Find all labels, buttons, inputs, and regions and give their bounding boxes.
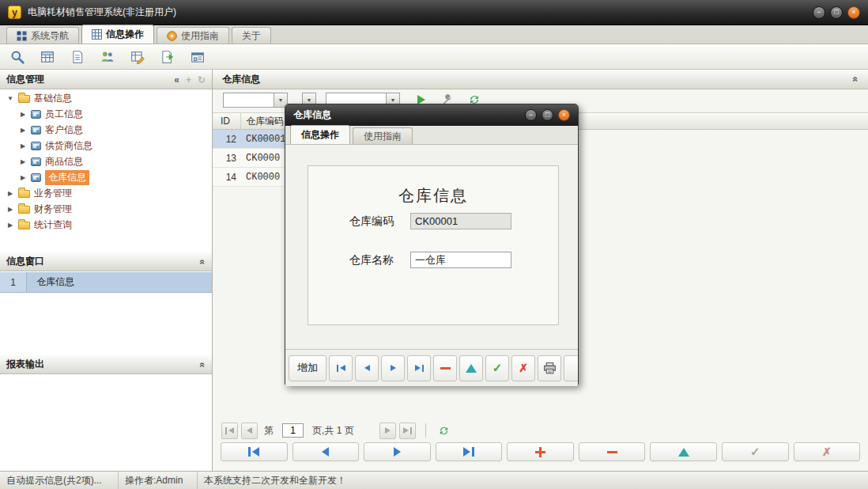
close-button[interactable]: ×	[847, 6, 860, 19]
cancel-record-button[interactable]: ✗	[511, 355, 535, 381]
panel-header-info-window[interactable]: 信息窗口 «	[0, 252, 212, 271]
collapse-up-icon[interactable]: «	[198, 362, 209, 367]
prev-record-button[interactable]	[292, 442, 360, 461]
main-tabbar: 系统导航 信息操作 使用指南 关于	[0, 25, 868, 44]
record-navigator: ✓ ✗	[213, 442, 868, 463]
expand-closed-icon[interactable]: ▶	[19, 127, 27, 134]
table-icon	[40, 50, 55, 64]
next-page-button[interactable]	[379, 423, 396, 439]
document-button[interactable]	[66, 46, 89, 67]
grid-edit-button[interactable]	[126, 46, 149, 67]
tree-item-supplier-info[interactable]: ▶ 供货商信息	[0, 138, 212, 154]
search-button[interactable]	[6, 46, 28, 67]
folder-icon	[18, 190, 30, 198]
first-page-button[interactable]	[221, 423, 238, 439]
expand-closed-icon[interactable]: ▶	[19, 111, 27, 118]
extra-button[interactable]	[564, 355, 578, 381]
refresh-icon[interactable]: ↻	[198, 74, 206, 85]
warehouse-name-field[interactable]	[410, 252, 511, 268]
export-button[interactable]	[157, 46, 179, 67]
tab-about[interactable]: 关于	[232, 27, 271, 44]
last-record-button[interactable]	[436, 442, 503, 461]
collapse-left-icon[interactable]: «	[174, 74, 179, 85]
dialog-tab-user-guide[interactable]: 使用指南	[353, 127, 413, 144]
dialog-titlebar[interactable]: 仓库信息 − □ ×	[285, 104, 578, 126]
page-total-label: 页,共 1 页	[312, 424, 354, 438]
add-icon[interactable]: +	[186, 74, 191, 85]
dialog-minimize-button[interactable]: −	[525, 109, 537, 121]
check-icon: ✓	[492, 361, 503, 375]
page-prefix-label: 第	[264, 424, 274, 438]
page-number-input[interactable]	[282, 423, 304, 438]
tree-item-product-info[interactable]: ▶ 商品信息	[0, 154, 212, 169]
insert-record-button[interactable]	[507, 442, 574, 461]
users-button[interactable]	[96, 46, 119, 67]
expand-closed-icon[interactable]: ▶	[19, 142, 27, 150]
next-record-button[interactable]	[381, 355, 405, 381]
tree-item-warehouse-info[interactable]: ▶ 仓库信息	[0, 169, 212, 185]
panel-header-info-management[interactable]: 信息管理 « + ↻	[0, 70, 212, 89]
window-list-item[interactable]: 1 仓库信息	[0, 272, 212, 293]
refresh-grid-button[interactable]	[436, 423, 452, 439]
expand-closed-icon[interactable]: ▶	[19, 174, 27, 181]
info-ops-grid-icon	[92, 29, 102, 40]
tree-item-customer-info[interactable]: ▶ 客户信息	[0, 122, 212, 138]
dialog-maximize-button[interactable]: □	[542, 109, 553, 121]
post-record-button[interactable]: ✓	[722, 442, 789, 461]
tree-item-label: 员工信息	[45, 108, 83, 121]
delete-record-button[interactable]	[433, 355, 457, 381]
tree-item-label: 统计查询	[34, 218, 72, 232]
tab-label: 信息操作	[106, 28, 144, 41]
expand-closed-icon[interactable]: ▶	[6, 222, 14, 229]
prev-record-button[interactable]	[355, 355, 379, 381]
tree-item-employee-info[interactable]: ▶ 员工信息	[0, 106, 212, 122]
column-header-id[interactable]: ID	[213, 113, 241, 129]
post-record-button[interactable]: ✓	[485, 355, 509, 381]
tab-info-operations[interactable]: 信息操作	[81, 25, 154, 44]
dialog-tab-info-operations[interactable]: 信息操作	[290, 125, 350, 144]
next-record-button[interactable]	[364, 442, 431, 461]
panel-header-report-output[interactable]: 报表输出 «	[0, 354, 212, 374]
cancel-record-button[interactable]: ✗	[794, 442, 861, 461]
last-page-button[interactable]	[399, 423, 416, 439]
tree-item-basic-info[interactable]: ▼ 基础信息	[0, 90, 212, 106]
first-record-button[interactable]	[329, 355, 353, 381]
collapse-up-icon[interactable]: «	[851, 77, 862, 82]
tree-item-label: 业务管理	[34, 187, 72, 200]
tab-system-nav[interactable]: 系统导航	[6, 27, 79, 44]
add-button[interactable]: 增加	[289, 355, 326, 381]
delete-record-button[interactable]	[579, 442, 646, 461]
edit-record-button[interactable]	[459, 355, 483, 381]
maximize-button[interactable]: □	[830, 6, 843, 19]
list-item-label: 仓库信息	[27, 275, 74, 289]
collapse-up-icon[interactable]: «	[198, 259, 209, 264]
print-button[interactable]	[538, 355, 561, 381]
tree-item-business-management[interactable]: ▶ 业务管理	[0, 185, 212, 201]
edit-record-button[interactable]	[650, 442, 717, 461]
tree-item-label: 基础信息	[34, 92, 72, 105]
cell-id: 12	[213, 130, 241, 148]
report-button[interactable]	[187, 46, 209, 67]
search-field-combo[interactable]: ▼	[223, 93, 288, 108]
data-grid-button[interactable]	[36, 46, 58, 67]
last-record-button[interactable]	[407, 355, 431, 381]
warehouse-code-field[interactable]	[410, 213, 511, 229]
first-record-button[interactable]	[221, 442, 288, 461]
tree-item-finance-management[interactable]: ▶ 财务管理	[0, 201, 212, 217]
expand-closed-icon[interactable]: ▶	[6, 190, 14, 197]
entity-icon	[31, 157, 41, 166]
expand-closed-icon[interactable]: ▶	[6, 206, 14, 213]
tree-item-label: 商品信息	[45, 155, 83, 169]
tree-item-statistics-query[interactable]: ▶ 统计查询	[0, 217, 212, 233]
minimize-button[interactable]: −	[813, 6, 825, 19]
expand-closed-icon[interactable]: ▶	[19, 158, 27, 165]
edit-up-icon	[466, 364, 477, 373]
status-operator: 操作者:Admin	[119, 472, 198, 489]
tab-user-guide[interactable]: 使用指南	[157, 27, 229, 44]
prev-page-button[interactable]	[241, 423, 258, 439]
dialog-title: 仓库信息	[293, 108, 331, 122]
pagination-bar: 第 页,共 1 页	[213, 420, 868, 441]
entity-icon	[31, 110, 41, 119]
dialog-close-button[interactable]: ×	[558, 109, 570, 121]
expand-open-icon[interactable]: ▼	[6, 95, 14, 102]
